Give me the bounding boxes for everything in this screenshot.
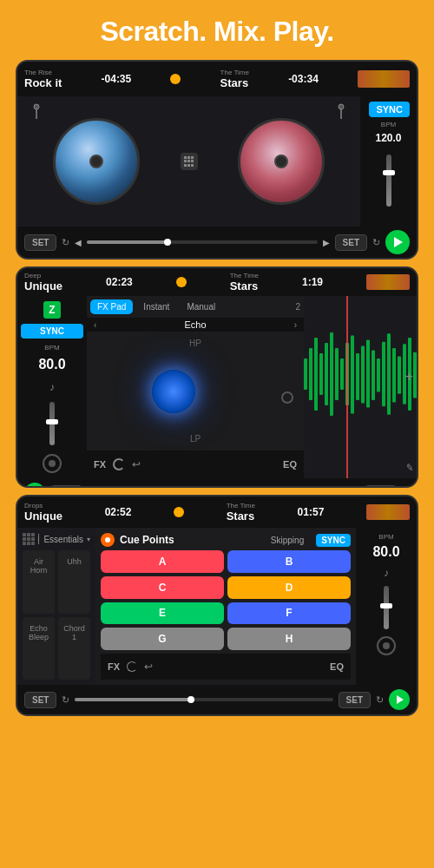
cue-pad-H[interactable]: H [227,628,351,650]
fx-tabs-row: FX Pad Instant Manual 2 [87,296,304,318]
fx-tab-fxpad[interactable]: FX Pad [90,299,133,314]
waveform-mini-screen3 [366,504,410,520]
set-button-right[interactable]: SET [335,234,367,251]
fx-pad-area[interactable]: HP LP [87,332,304,450]
svg-rect-8 [319,353,323,395]
cue-center: Cue Points Skipping SYNC A B C D E F G H [95,528,356,685]
chevron-essentials: ▾ [87,536,90,543]
disc-center-left [89,155,103,168]
loop-right-s3[interactable]: ↻ [376,694,384,706]
fader-handle-s2 [46,419,58,424]
fx-left-panel: Z SYNC BPM 80.0 ♪ [17,296,87,478]
sample-pad-uhh[interactable]: Uhh [58,550,90,614]
sync-btn-screen2[interactable]: SYNC [21,324,83,339]
sample-pad-chord1[interactable]: Chord 1 [58,617,90,681]
svg-point-2 [339,104,344,109]
progress-s3[interactable] [75,698,332,701]
cue-pad-G[interactable]: G [101,628,224,650]
eq-label-screen2[interactable]: EQ [283,459,297,470]
cue-pad-B[interactable]: B [227,550,351,573]
turntable-right[interactable] [202,96,361,227]
screen3-bottom-bar: SET ↻ SET ↻ [17,685,417,714]
essentials-label[interactable]: Essentials [43,535,83,544]
cue-pad-D[interactable]: D [227,576,351,599]
set-button-left[interactable]: SET [24,234,56,251]
svg-rect-19 [377,358,380,391]
right-panel-screen1: SYNC BPM 120.0 [360,96,417,227]
cue-inner-dot [105,537,110,542]
fx-label-screen2[interactable]: FX [94,459,106,470]
refresh-s3[interactable] [127,661,137,672]
progress-bar-screen1[interactable] [87,240,317,244]
fader-screen2[interactable] [49,402,55,445]
skipping-label: Skipping [271,536,304,545]
bpm-right-val: 80.0 [372,544,399,560]
bpm-label-screen2: BPM [44,344,59,352]
settings-dot [281,391,293,404]
grid-cell [23,542,26,545]
grid-cell [27,542,30,545]
sync-badge-screen3[interactable]: SYNC [316,534,351,547]
fx-center: FX Pad Instant Manual 2 ‹ Echo › HP LP [87,296,304,478]
cue-pad-A[interactable]: A [101,550,224,573]
screen2: Deep Unique 02:23 The Time Stars 1:19 Z … [16,266,418,488]
svg-rect-7 [314,338,318,411]
loop-s3[interactable]: ↻ [62,694,69,706]
grid-cell [27,537,30,541]
sample-pad-air-horn[interactable]: Air Horn [23,550,55,614]
fx-tab-instant[interactable]: Instant [136,299,176,314]
svg-rect-18 [372,350,375,400]
fx-echo-row: ‹ Echo › [87,318,304,332]
play-button-screen1[interactable] [385,230,410,254]
set-btn-left-s3[interactable]: SET [24,692,56,708]
loop-icon-right[interactable]: ↻ [372,237,380,248]
bpm-label-screen1: BPM [381,121,396,128]
next-button[interactable]: ▶ [323,238,330,247]
fx-label-s3[interactable]: FX [108,661,120,672]
svg-rect-10 [330,332,333,416]
play-btn-screen2[interactable] [24,483,45,488]
add-icon[interactable]: + [405,369,413,385]
pads-grid-icon[interactable] [23,533,35,545]
lp-label: LP [190,434,201,444]
loop-s2[interactable]: ↻ [88,488,95,489]
hp-label: HP [189,339,201,348]
turntable-left[interactable] [17,96,176,227]
turntables-area: SYNC BPM 120.0 [17,96,417,227]
track-right-title: Stars [220,76,249,89]
fader-screen3[interactable] [384,586,389,629]
set-btn-left-s2[interactable]: SET [50,485,82,489]
record-btn-s3[interactable] [377,636,396,655]
progress-handle-s3 [187,696,194,703]
svg-point-0 [34,104,39,109]
track-left-time: -04:35 [102,73,132,85]
disc-right [238,118,325,205]
play-btn-screen3[interactable] [389,689,410,710]
grid-button[interactable] [181,153,198,170]
prev-button[interactable]: ◀ [75,238,82,247]
eq-label-s3[interactable]: EQ [330,661,344,672]
refresh-icon-screen2[interactable] [113,458,125,470]
set-btn-right-s3[interactable]: SET [339,692,371,708]
set-btn-right-s2[interactable]: SET [365,485,397,489]
screen3: Drops Unique 02:52 The Time Stars 01:57 [16,495,418,716]
fx-glow-ball [152,370,195,413]
sample-pad-echo-bleep[interactable]: Echo Bleep [23,617,55,681]
cue-pad-C[interactable]: C [101,576,224,599]
fx-tab-manual[interactable]: Manual [180,299,222,314]
progress-fill-screen1 [87,240,168,244]
grid-cell [23,533,26,536]
refresh-icon-s3[interactable] [38,534,40,544]
cue-pad-E[interactable]: E [101,602,224,625]
volume-fader-screen1[interactable] [386,155,391,207]
loop-icon-left[interactable]: ↻ [62,237,69,248]
center-dot-indicator [170,74,181,84]
progress-fill-s3 [75,698,191,701]
record-btn[interactable] [43,454,62,473]
cue-pad-F[interactable]: F [227,602,351,625]
track-right-label: The Time [220,69,249,76]
svg-rect-6 [309,348,312,400]
play-tri-s3 [397,695,404,704]
loop-right-s2[interactable]: ↻ [402,488,410,489]
sync-badge-screen1[interactable]: SYNC [369,102,410,117]
